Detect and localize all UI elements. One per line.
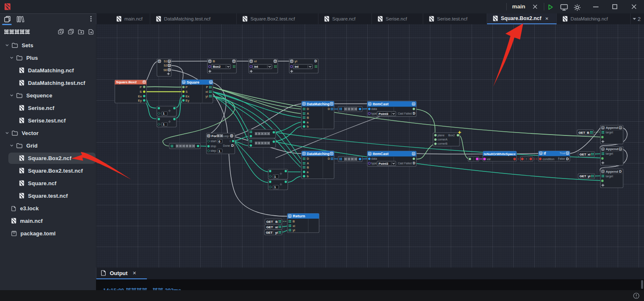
svg-text:D: D [413,112,415,115]
svg-text:xi: xi [254,59,257,63]
svg-text:SE: SE [163,69,167,71]
svg-text:D: D [291,60,293,62]
svg-text:Ey: Ey [138,99,142,102]
svg-text:D: D [413,103,414,105]
svg-text:Append: Append [606,126,618,130]
svg-text:Square.Box2: Square.Box2 [116,80,137,84]
svg-text:S2: S2 [164,64,167,67]
svg-text:IsNullOrWhiteSpace: IsNullOrWhiteSpace [484,152,516,156]
svg-text:D: D [328,157,330,161]
svg-text:D: D [250,60,252,62]
svg-text:D: D [620,127,621,129]
svg-text:B: B [275,220,278,224]
svg-text:D: D [303,102,305,105]
svg-text:A: A [307,112,309,115]
svg-text:target: target [606,175,613,178]
svg-text:P: P [206,85,208,89]
svg-text:Append: Append [606,147,618,151]
svg-text:condition: condition [543,158,554,161]
svg-text:xi: xi [588,153,591,156]
svg-text:D: D [315,59,317,63]
svg-text:True: True [560,152,566,155]
svg-text:data: data [371,107,377,110]
svg-text:D: D [328,107,330,111]
svg-text:Done: Done [223,144,230,147]
svg-text:int: int [254,65,258,69]
svg-text:b: b [307,125,309,128]
svg-text:D: D [210,81,212,84]
svg-text:GET: GET [580,153,586,156]
svg-text:cornerA: cornerA [437,138,447,141]
svg-text:D: D [602,148,604,150]
svg-text:D: D [602,170,604,173]
svg-text:Point3: Point3 [379,112,388,116]
svg-text:B: B [587,131,589,135]
svg-text:For: For [212,134,217,138]
svg-text:!: ! [526,157,527,161]
svg-text:Point3: Point3 [379,162,388,166]
svg-text:D: D [619,170,622,173]
svg-text:data: data [371,157,377,160]
svg-text:target: target [606,131,613,134]
svg-text:yi: yi [588,174,591,178]
svg-text:ItemCast: ItemCast [373,152,389,156]
svg-text:D: D [620,148,621,150]
svg-text:D: D [602,127,604,129]
svg-text:GET: GET [266,225,273,229]
svg-text:D: D [289,215,291,217]
svg-text:D: D [183,81,184,84]
svg-text:D: D [307,107,309,111]
svg-text:val: val [487,158,490,161]
svg-text:A: A [307,161,309,165]
svg-text:Ex: Ex [186,94,190,98]
svg-text:Ex: Ex [138,94,142,98]
svg-text:Append: Append [606,170,618,173]
svg-text:GET: GET [266,220,273,224]
svg-text:Cast Failed: Cast Failed [398,162,412,165]
svg-text:yi: yi [295,59,298,63]
svg-text:b: b [307,174,309,178]
svg-text:start: start [211,140,217,143]
svg-text:yi: yi [275,231,278,235]
svg-text:ItemCast: ItemCast [373,102,389,106]
svg-text:D: D [331,102,333,105]
svg-text:yi: yi [205,94,208,98]
svg-text:plane: plane [437,134,444,137]
svg-text:target: target [606,152,613,156]
svg-text:D: D [169,69,170,71]
svg-text:DataMatching: DataMatching [307,152,329,156]
svg-text:D: D [233,60,235,62]
svg-text:Loop: Loop [223,135,229,138]
svg-text:D: D [567,152,568,155]
svg-text:D: D [413,153,414,155]
svg-text:stop: stop [211,145,216,148]
svg-text:yi: yi [293,228,295,232]
svg-text:GET: GET [266,231,273,235]
svg-text:D: D [209,60,211,62]
svg-text:D: D [566,157,568,161]
svg-text:D: D [169,64,170,67]
svg-text:xi: xi [205,90,208,94]
svg-text:D: D [303,152,305,155]
svg-text:Ey: Ey [186,99,190,102]
svg-text:Square: Square [187,80,200,84]
svg-text:D: D [540,152,542,155]
svg-text:D: D [231,135,232,137]
svg-text:D: D [369,103,371,105]
svg-text:int: int [295,65,299,69]
svg-text:D: D [208,135,210,137]
svg-text:cornerB: cornerB [437,142,447,145]
svg-text:D: D [413,161,415,165]
svg-text:S: S [140,90,142,94]
svg-text:S: S [186,90,188,94]
svg-text:False: False [558,157,565,160]
svg-text:B: B [293,219,295,223]
svg-text:DataMatching: DataMatching [307,102,329,106]
svg-text:B: B [307,166,309,169]
svg-text:GET: GET [578,131,585,135]
svg-text:D: D [231,143,234,148]
svg-text:D: D [369,153,371,155]
svg-text:D: D [331,152,333,155]
svg-text:D: D [144,81,145,83]
svg-text:P: P [140,85,142,89]
